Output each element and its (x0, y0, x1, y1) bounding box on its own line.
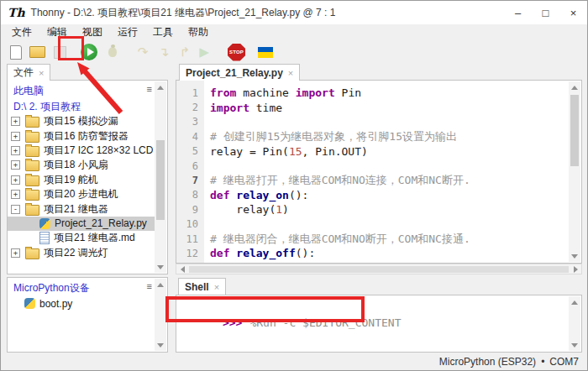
tree-item[interactable]: +项目17 I2C 128×32 LCD (8, 144, 155, 158)
scroll-down-icon[interactable] (569, 250, 580, 262)
code-editor[interactable]: 1from machine import Pin2import time34# … (176, 80, 582, 264)
stop-icon[interactable]: STOP (228, 44, 245, 61)
tab-editor-label: Project_21_Relay.py (186, 67, 283, 79)
editor-scrollbar[interactable] (569, 81, 580, 262)
code-segment: relay = Pin( (210, 145, 289, 158)
code-area[interactable]: 1from machine import Pin2import time34# … (176, 86, 569, 261)
code-line: 12def relay_off(): (176, 246, 569, 260)
scroll-down-icon[interactable] (155, 261, 166, 273)
editor-horizontal-scrollbar[interactable] (176, 264, 582, 274)
line-number: 4 (176, 131, 198, 143)
code-segment: Pin (335, 86, 361, 99)
shell-prompt: >>> (223, 316, 242, 329)
shell-prompt-line[interactable]: >>>%Run -c $EDITOR_CONTENT (176, 295, 581, 342)
tree-item[interactable]: -项目21 继电器 (8, 201, 155, 216)
debug-icon[interactable] (104, 42, 121, 62)
menu-item-帮助[interactable]: 帮助 (181, 25, 216, 39)
line-number: 6 (176, 160, 198, 172)
maximize-button[interactable]: □ (532, 1, 559, 24)
new-file-icon[interactable] (8, 42, 24, 62)
tree-item-label: 项目21 继电器 (44, 202, 108, 217)
files-menu-icon[interactable]: ≡ (147, 85, 152, 93)
save-file-icon[interactable] (51, 42, 68, 62)
step-into-icon[interactable]: ↴ (155, 42, 172, 62)
tree-item[interactable]: 项目21 继电器.md (8, 231, 155, 245)
tree-item[interactable]: +项目18 小风扇 (8, 158, 155, 172)
tree-item-label: 项目18 小风扇 (44, 158, 108, 172)
code-segment: # 继电器打开，继电器COM和NO连接，COM和NC断开. (210, 174, 470, 186)
tree-item-label: Project_21_Relay.py (55, 217, 147, 229)
menu-item-文件[interactable]: 文件 (4, 25, 39, 39)
files-path[interactable]: D:\ 2. 项目教程 (8, 99, 167, 116)
this-computer-label[interactable]: 此电脑 (8, 81, 167, 99)
menu-item-编辑[interactable]: 编辑 (39, 25, 75, 39)
step-over-icon[interactable]: ↷ (134, 42, 151, 62)
expand-icon[interactable]: + (11, 248, 20, 258)
tab-shell-close-icon[interactable]: × (214, 282, 219, 292)
tree-item[interactable]: Project_21_Relay.py (8, 217, 155, 231)
ukraine-flag-icon[interactable] (257, 47, 274, 58)
scroll-down-icon[interactable] (569, 339, 580, 351)
device-file-list: boot.py (8, 296, 155, 311)
scroll-up-icon[interactable] (569, 296, 580, 308)
files-panel: 此电脑 ≡ D:\ 2. 项目教程 +项目15 模拟沙漏+项目16 防窃警报器+… (7, 80, 168, 274)
expand-icon[interactable]: + (11, 160, 20, 170)
tab-shell[interactable]: Shell × (178, 278, 226, 295)
code-segment: def (210, 247, 229, 259)
tree-item-label: 项目22 调光灯 (44, 246, 108, 260)
open-file-icon[interactable] (29, 42, 45, 62)
code-segment: (): (289, 189, 308, 201)
collapse-icon[interactable]: - (11, 205, 20, 214)
device-file-item[interactable]: boot.py (8, 296, 155, 311)
tree-item-label: 项目16 防窃警报器 (44, 129, 129, 144)
tab-files-close-icon[interactable]: × (39, 68, 44, 78)
tree-item[interactable]: +项目20 步进电机 (8, 187, 155, 201)
tab-editor-close-icon[interactable]: × (288, 68, 293, 78)
device-scrollbar[interactable] (155, 279, 166, 351)
scroll-right-icon[interactable] (570, 264, 581, 274)
tree-item[interactable]: +项目22 调光灯 (8, 246, 155, 260)
tree-item[interactable]: +项目15 模拟沙漏 (8, 114, 155, 128)
device-file-label: boot.py (39, 298, 72, 310)
line-number: 5 (176, 145, 198, 157)
shell-scrollbar[interactable] (569, 296, 580, 351)
scroll-left-icon[interactable] (176, 264, 188, 274)
folder-icon (25, 175, 39, 186)
code-line: 1from machine import Pin (176, 86, 569, 100)
scroll-down-icon[interactable] (155, 339, 166, 351)
close-button[interactable]: × (559, 1, 587, 24)
expand-icon[interactable]: + (11, 117, 20, 126)
device-menu-icon[interactable]: ≡ (147, 282, 152, 290)
line-number: 3 (176, 116, 198, 128)
menu-item-工具[interactable]: 工具 (145, 25, 181, 39)
tree-item[interactable]: +项目19 舵机 (8, 173, 155, 187)
python-icon (39, 218, 50, 229)
expand-icon[interactable]: + (11, 175, 20, 185)
run-icon[interactable] (81, 42, 97, 62)
line-number: 7 (176, 175, 198, 186)
line-number: 9 (176, 204, 198, 216)
scroll-up-icon[interactable] (155, 81, 166, 93)
port-label[interactable]: COM7 (549, 356, 579, 368)
shell-panel[interactable]: >>>%Run -c $EDITOR_CONTENT (176, 295, 582, 353)
menu-item-视图[interactable]: 视图 (75, 25, 110, 39)
resume-icon[interactable]: ▶ (196, 42, 213, 62)
tab-files[interactable]: 文件 × (7, 64, 50, 81)
tab-editor[interactable]: Project_21_Relay.py × (179, 64, 300, 81)
scroll-up-icon[interactable] (569, 81, 580, 93)
code-segment: def (210, 189, 229, 201)
expand-icon[interactable]: + (11, 190, 20, 199)
step-out-icon[interactable]: ↱ (176, 42, 193, 62)
line-number: 8 (176, 189, 198, 201)
expand-icon[interactable]: + (11, 132, 20, 141)
toolbar: ↷↴↱▶STOP (1, 40, 587, 64)
menu-item-运行[interactable]: 运行 (110, 25, 145, 39)
files-scrollbar[interactable] (155, 81, 166, 273)
expand-icon[interactable]: + (11, 146, 20, 155)
backend-label[interactable]: MicroPython (ESP32) (439, 356, 536, 368)
tree-item[interactable]: +项目16 防窃警报器 (8, 128, 155, 143)
scroll-up-icon[interactable] (155, 279, 166, 290)
code-segment: # 创建引脚15为继电器对象，将引脚15设置为输出 (210, 130, 457, 143)
shell-command: %Run -c $EDITOR_CONTENT (249, 316, 401, 329)
minimize-button[interactable]: – (504, 1, 532, 24)
